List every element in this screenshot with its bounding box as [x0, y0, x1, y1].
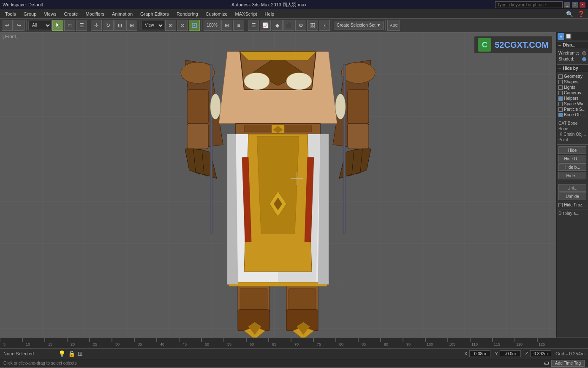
shaded-label: Shaded:	[558, 57, 574, 61]
svg-point-26	[181, 62, 215, 83]
x-label: X:	[464, 351, 468, 356]
unhide-separator	[557, 182, 588, 182]
scale-button[interactable]: ⊡	[114, 20, 125, 31]
workspace-name: Workspace: Default	[3, 2, 43, 7]
bone-objects-checkbox[interactable]	[558, 113, 563, 117]
hide-all-button[interactable]: Hide...	[558, 172, 586, 179]
render-frame-button[interactable]: 🖼	[307, 20, 318, 31]
snap-angle-button[interactable]	[189, 20, 200, 31]
shaded-radio[interactable]	[582, 57, 586, 61]
select-filter-button[interactable]: ☰	[76, 20, 87, 31]
maximize-button[interactable]: □	[572, 2, 578, 8]
menu-modifiers[interactable]: Modifiers	[82, 11, 108, 17]
menu-group[interactable]: Group	[20, 11, 40, 17]
light-icon[interactable]: 💡	[58, 350, 65, 357]
help-icon[interactable]: ❓	[576, 11, 586, 17]
hide-by-section-header[interactable]: ─ Hide by	[557, 64, 588, 72]
svg-point-71	[335, 94, 346, 119]
hide-collapse-icon: ─	[558, 66, 561, 71]
wireframe-radio[interactable]	[582, 51, 586, 55]
z-input[interactable]	[530, 350, 551, 357]
rotate-button[interactable]: ↻	[103, 20, 114, 31]
unhide-button[interactable]: Uni...	[558, 184, 586, 192]
menu-create[interactable]: Create	[60, 11, 81, 17]
helpers-checkbox[interactable]	[558, 96, 563, 101]
bone-objects-label: Bone Obj...	[564, 113, 585, 117]
bone-ik: IK Chain Obj...	[558, 132, 586, 137]
viewport-select[interactable]: View	[141, 21, 164, 30]
ruler-container: 5 10 15 20 25 30 35 40 45 50 55 60 65 70…	[0, 338, 588, 348]
search-input[interactable]	[495, 1, 563, 8]
separator-4	[201, 20, 202, 30]
render-button[interactable]: ⬛	[283, 20, 294, 31]
layer-button[interactable]: ☰	[248, 20, 259, 31]
unhide-all-button[interactable]: Unhide	[558, 192, 586, 200]
svg-rect-30	[348, 90, 369, 124]
x-input[interactable]	[469, 350, 490, 357]
render-region-button[interactable]: ⊡	[319, 20, 330, 31]
hide-frozen-checkbox[interactable]	[558, 203, 563, 207]
character-viewport	[0, 32, 556, 338]
add-time-tag-icon[interactable]: 🏷	[544, 360, 549, 366]
hint-bar: Click or click-and-drag to select object…	[0, 359, 588, 367]
panel-icon-display[interactable]: ★	[558, 33, 564, 40]
svg-text:55: 55	[227, 342, 231, 346]
menu-graph-editors[interactable]: Graph Editors	[137, 11, 172, 17]
keyboard-shortcut-button[interactable]: ABC	[387, 20, 400, 31]
window-controls[interactable]: _ □ ×	[495, 1, 585, 8]
ref-coord-button[interactable]: ⊞	[126, 20, 137, 31]
shapes-checkbox[interactable]	[558, 80, 563, 84]
move-button[interactable]: ✛	[91, 20, 102, 31]
menu-rendering[interactable]: Rendering	[173, 11, 201, 17]
menu-animation[interactable]: Animation	[109, 11, 136, 17]
select-region-button[interactable]: □	[64, 20, 75, 31]
minimize-button[interactable]: _	[564, 2, 570, 8]
shaded-row: Shaded:	[558, 57, 586, 61]
create-selection-button[interactable]: Create Selection Set ▼	[334, 21, 384, 30]
material-button[interactable]: ◆	[272, 20, 283, 31]
space-warps-checkbox[interactable]	[558, 102, 563, 106]
geometry-checkbox[interactable]	[558, 74, 563, 79]
cameras-checkbox[interactable]	[558, 91, 563, 95]
track-view-button[interactable]: 📈	[260, 20, 271, 31]
menu-help[interactable]: Help	[261, 11, 278, 17]
panel-icon-render[interactable]: ⬜	[565, 33, 572, 40]
menu-views[interactable]: Views	[41, 11, 60, 17]
search-icon[interactable]: 🔍	[564, 11, 575, 17]
percent-display: 100%	[204, 20, 220, 31]
svg-text:65: 65	[272, 342, 276, 346]
add-time-tag-button[interactable]: Add Time Tag	[551, 360, 585, 367]
hide-by-name-button[interactable]: Hide b...	[558, 163, 586, 171]
filter-select[interactable]: All	[28, 21, 52, 30]
snap-button[interactable]: ⊙	[177, 20, 188, 31]
redo-button[interactable]: ↪	[14, 20, 24, 31]
particle-systems-row: Particle S...	[558, 107, 586, 112]
render-setup-button[interactable]: ⚙	[295, 20, 306, 31]
pivot-button[interactable]: ⊛	[165, 20, 176, 31]
undo-button[interactable]: ↩	[2, 20, 13, 31]
viewport[interactable]: C 52CGXT.COM [ Front ]	[0, 32, 556, 338]
separator-6	[332, 20, 332, 30]
menu-customize[interactable]: Customize	[202, 11, 231, 17]
svg-rect-28	[187, 90, 208, 124]
particle-systems-checkbox[interactable]	[558, 107, 563, 112]
align-button[interactable]: ≡	[233, 20, 244, 31]
z-coord-field: Z:	[525, 350, 551, 357]
lights-checkbox[interactable]	[558, 85, 563, 90]
lock-icon[interactable]: 🔒	[68, 350, 75, 357]
svg-text:110: 110	[471, 342, 478, 346]
selection-status: None Selected	[3, 351, 54, 356]
hide-button[interactable]: Hide	[558, 146, 586, 154]
select-button[interactable]	[52, 20, 63, 31]
svg-text:75: 75	[317, 342, 321, 346]
menu-maxscript[interactable]: MAXScript	[232, 11, 261, 17]
close-button[interactable]: ×	[580, 2, 585, 8]
hide-unselected-button[interactable]: Hide U...	[558, 155, 586, 162]
svg-text:90: 90	[384, 342, 388, 346]
status-bar: None Selected 💡 🔒 ⊞ X: Y: Z: Grid = 0.25…	[0, 348, 588, 359]
display-section-header[interactable]: ─ Disp...	[557, 41, 588, 49]
coord-icon[interactable]: ⊞	[78, 350, 83, 357]
y-input[interactable]	[500, 350, 521, 357]
menu-tools[interactable]: Tools	[2, 11, 19, 17]
mirror-button[interactable]: ⊞	[221, 20, 232, 31]
